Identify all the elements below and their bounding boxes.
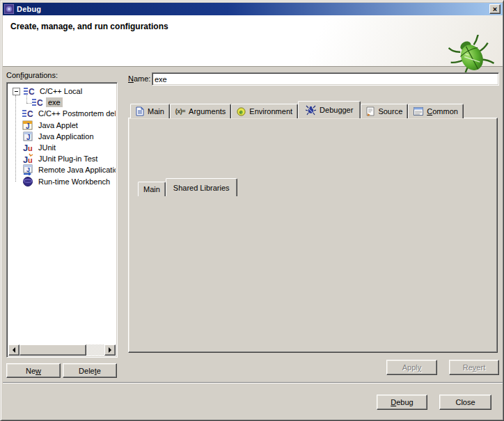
delete-button[interactable]: Delete (63, 363, 117, 378)
bug-image (448, 35, 494, 78)
name-label: Name: (128, 74, 150, 83)
tree-item-remote-java-application[interactable]: J Remote Java Application (7, 164, 116, 175)
cpp-icon: C (32, 97, 43, 108)
debugger-bug-icon (306, 105, 316, 116)
cpp-icon: C (24, 86, 35, 97)
tree-item-runtime-workbench[interactable]: Run-time Workbench (7, 176, 116, 187)
app-icon (4, 4, 14, 14)
tree-item-cpp-local[interactable]: C C/C++ Local (7, 86, 116, 97)
junit-icon: Ju (22, 142, 33, 153)
revert-button[interactable]: Revert (449, 360, 499, 375)
workbench-icon (22, 176, 33, 187)
tree-item-cpp-postmortem[interactable]: C C/C++ Postmortem deb (7, 108, 116, 119)
tree-item-junit[interactable]: Ju JUnit (7, 142, 116, 153)
options-tab-main[interactable]: Main (138, 182, 166, 196)
common-icon (414, 107, 423, 116)
java-application-icon: J (22, 131, 33, 142)
collapse-icon[interactable] (13, 88, 20, 95)
svg-text:e: e (239, 109, 243, 116)
footer-separator (3, 382, 503, 383)
configurations-tree[interactable]: C C/C++ Local C exe C C/C++ Postmortem d… (6, 82, 118, 358)
tab-source[interactable]: Source (361, 104, 408, 118)
svg-text:C: C (29, 87, 35, 97)
banner-message: Create, manage, and run configurations (10, 22, 168, 31)
title-bar[interactable]: Debug × (3, 3, 503, 15)
debugger-tab-panel (128, 118, 498, 353)
close-icon[interactable]: × (489, 4, 501, 14)
java-applet-icon: J (22, 120, 33, 131)
tree-item-java-applet[interactable]: J Java Applet (7, 120, 116, 131)
tree-item-exe[interactable]: C exe (7, 97, 116, 108)
svg-text:J: J (26, 166, 30, 173)
tree-rows: C C/C++ Local C exe C C/C++ Postmortem d… (7, 86, 116, 187)
tab-environment[interactable]: e Environment (231, 104, 298, 118)
scroll-right-icon[interactable] (104, 344, 116, 356)
name-input[interactable] (152, 72, 499, 86)
new-button[interactable]: New (6, 363, 61, 378)
svg-text:C: C (37, 98, 43, 108)
svg-text:u: u (28, 144, 33, 152)
tab-main[interactable]: Main (130, 104, 170, 118)
window-title: Debug (17, 5, 41, 13)
options-tab-shared-libraries[interactable]: Shared Libraries (166, 178, 237, 196)
tree-item-java-application[interactable]: J Java Application (7, 131, 116, 142)
debug-button[interactable]: Debug (377, 395, 427, 410)
tree-horizontal-scrollbar[interactable] (8, 344, 116, 356)
tab-strip: Main (x)= Arguments e Environment Debugg… (130, 101, 464, 118)
close-button[interactable]: Close (439, 395, 491, 410)
svg-text:J: J (26, 122, 30, 130)
arguments-icon: (x)= (175, 108, 185, 115)
scrollbar-thumb[interactable] (19, 344, 86, 356)
scroll-left-icon[interactable] (8, 344, 19, 356)
cpp-icon: C (22, 108, 33, 119)
tab-common[interactable]: Common (408, 104, 464, 118)
svg-text:C: C (27, 109, 33, 119)
selected-tree-item-label: exe (46, 97, 63, 107)
tab-debugger[interactable]: Debugger (298, 101, 361, 118)
source-icon (366, 106, 375, 116)
remote-java-icon: J (22, 164, 33, 175)
svg-text:J: J (26, 134, 31, 141)
svg-text:u: u (28, 156, 33, 164)
environment-icon: e (237, 107, 246, 116)
header-banner: Create, manage, and run configurations (3, 15, 503, 67)
debug-dialog: Debug × Create, manage, and run configur… (0, 0, 504, 421)
junit-plugin-icon: Ju (22, 153, 33, 164)
configurations-label: Configurations: (6, 71, 58, 79)
options-tab-strip: Main Shared Libraries (138, 178, 237, 196)
tree-item-junit-plugin-test[interactable]: Ju JUnit Plug-in Test (7, 153, 116, 164)
document-icon (136, 106, 144, 116)
apply-button[interactable]: Apply (386, 360, 437, 375)
tab-arguments[interactable]: (x)= Arguments (170, 104, 231, 118)
